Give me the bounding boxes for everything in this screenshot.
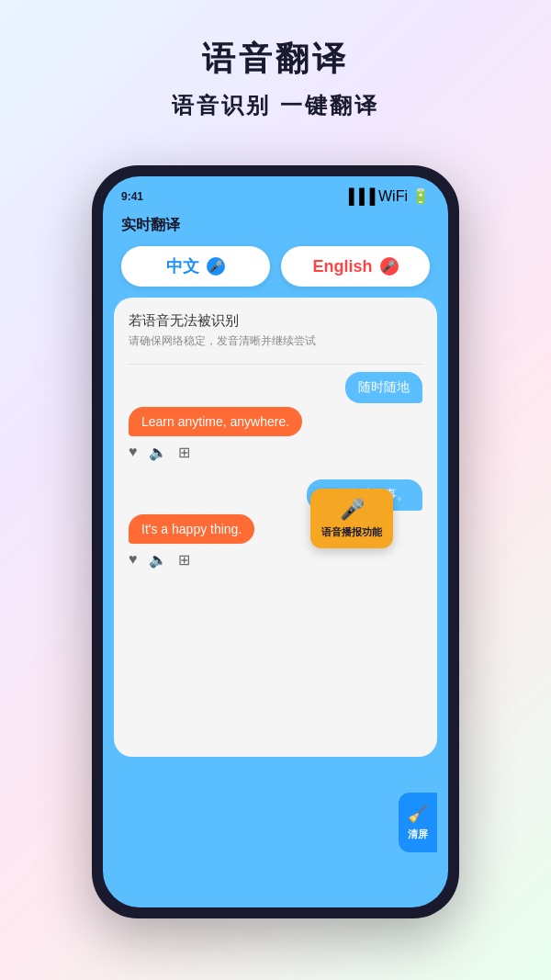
mic-cn-icon: 🎤 <box>207 257 225 276</box>
action-icons-1: ♥ 🔈 ⊞ <box>129 440 422 472</box>
speaker-icon-2[interactable]: 🔈 <box>149 551 167 569</box>
top-section: 语音翻译 语音识别 一键翻译 <box>0 0 551 148</box>
clear-label: 清屏 <box>408 828 428 841</box>
app-header: 实时翻译 <box>103 208 448 246</box>
lang-cn-label: 中文 <box>166 255 199 277</box>
wifi-icon: WiFi <box>378 188 408 205</box>
lang-en-button[interactable]: English 🎤 <box>281 246 430 287</box>
bubble-right-1-text: 随时随地 <box>358 379 410 394</box>
lang-en-label: English <box>312 257 372 276</box>
clear-screen-button[interactable]: 🧹 清屏 <box>399 793 437 852</box>
bubble-left-1-text: Learn anytime, anywhere. <box>141 414 289 429</box>
battery-icon: 🔋 <box>411 187 430 205</box>
action-icons-2: ♥ 🔈 ⊞ <box>129 547 422 580</box>
error-sub-text: 请确保网络稳定，发音清晰并继续尝试 <box>129 333 422 349</box>
main-title: 语音翻译 <box>0 37 551 82</box>
heart-icon-2[interactable]: ♥ <box>129 551 138 569</box>
bubble-left-2-text: It's a happy thing. <box>141 522 242 536</box>
bubble-left-1-content: Learn anytime, anywhere. <box>129 407 302 436</box>
bubble-right-1-content: 随时随地 <box>345 372 422 403</box>
error-message: 若语音无法被识别 请确保网络稳定，发音清晰并继续尝试 <box>129 312 422 349</box>
phone-frame: 9:41 ▐▐▐ WiFi 🔋 实时翻译 中文 🎤 English <box>92 165 459 918</box>
status-icons: ▐▐▐ WiFi 🔋 <box>343 187 430 205</box>
phone-inner: 9:41 ▐▐▐ WiFi 🔋 实时翻译 中文 🎤 English <box>103 176 448 907</box>
tooltip-box: 🎤 语音播报功能 <box>310 489 393 548</box>
error-title-text: 若语音无法被识别 <box>129 312 422 330</box>
chat-row-1: 随时随地 Learn anytime, anywhere. ♥ 🔈 ⊞ <box>129 372 422 472</box>
divider-1 <box>129 364 422 365</box>
share-icon-1[interactable]: ⊞ <box>178 444 190 461</box>
speaker-icon-1[interactable]: 🔈 <box>149 444 167 461</box>
sub-title: 语音识别 一键翻译 <box>0 91 551 120</box>
heart-icon-1[interactable]: ♥ <box>129 444 138 461</box>
status-bar: 9:41 ▐▐▐ WiFi 🔋 <box>103 176 448 208</box>
share-icon-2[interactable]: ⊞ <box>178 551 190 569</box>
bubble-left-2-content: It's a happy thing. <box>129 514 254 544</box>
app-title: 实时翻译 <box>121 217 180 232</box>
tooltip-mic-icon: 🎤 <box>340 498 365 522</box>
signal-icon: ▐▐▐ <box>343 188 375 205</box>
mic-en-icon: 🎤 <box>380 257 399 276</box>
lang-cn-button[interactable]: 中文 🎤 <box>121 246 270 287</box>
bubble-right-1: 随时随地 <box>129 372 422 403</box>
status-time: 9:41 <box>121 190 143 203</box>
tooltip-label: 语音播报功能 <box>321 525 382 539</box>
lang-selector: 中文 🎤 English 🎤 <box>103 246 448 298</box>
bubble-left-1: Learn anytime, anywhere. <box>129 407 422 436</box>
phone-container: 9:41 ▐▐▐ WiFi 🔋 实时翻译 中文 🎤 English <box>92 165 459 918</box>
clear-icon: 🧹 <box>408 804 428 824</box>
